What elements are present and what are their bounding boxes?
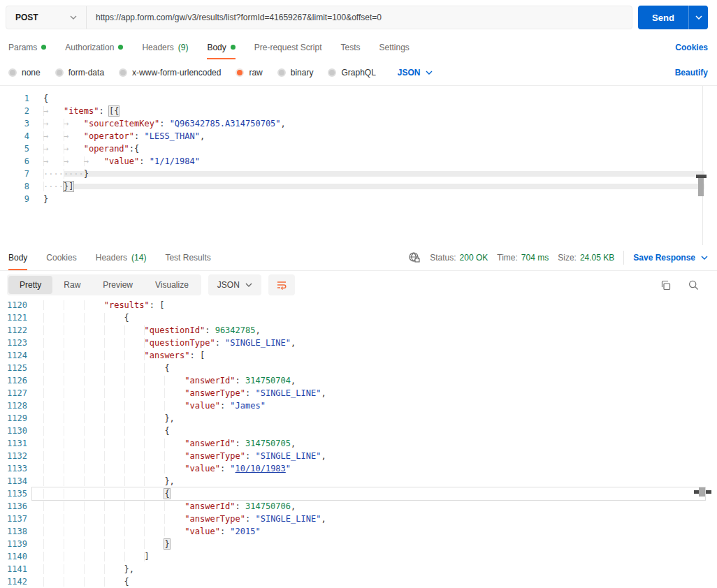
code-line-content: "answerType": "SINGLE_LINE", [31, 387, 717, 399]
send-button-label: Send [638, 13, 688, 23]
radio-label: none [22, 68, 41, 78]
tab-headers[interactable]: Headers(9) [142, 35, 188, 59]
line-number: 1141 [0, 563, 31, 575]
radio-label: x-www-form-urlencoded [132, 68, 221, 78]
line-number: 1128 [0, 399, 31, 412]
tab-label: Body [207, 43, 226, 52]
tab-body[interactable]: Body [207, 35, 235, 59]
code-line-1136: 1136 "answerId": 314750706, [0, 500, 717, 513]
line-number: 7 [0, 168, 29, 180]
response-tab-cookies[interactable]: Cookies [46, 245, 76, 270]
code-line-content: "questionId": 96342785, [31, 324, 717, 337]
line-number: 1142 [0, 575, 31, 588]
tab-params[interactable]: Params [8, 35, 46, 59]
code-line-content: }, [31, 412, 717, 425]
line-number: 1137 [0, 513, 31, 525]
line-number: 1126 [0, 374, 31, 387]
code-line-8: 8····}] [0, 180, 717, 193]
chevron-down-icon [70, 15, 77, 20]
tab-label: Body [8, 253, 27, 263]
save-response-button[interactable]: Save Response [633, 253, 708, 263]
status-value: 200 OK [460, 253, 488, 263]
view-tab-raw[interactable]: Raw [52, 276, 92, 294]
line-number: 1130 [0, 425, 31, 437]
line-number: 1120 [0, 299, 31, 311]
send-button[interactable]: Send [638, 6, 708, 29]
view-tab-preview[interactable]: Preview [92, 276, 144, 294]
tab-label: Test Results [165, 253, 210, 263]
url-input[interactable]: https://app.form.com/gw/v3/results/list?… [87, 13, 382, 22]
code-line-5: 5→ → "operand":{ [0, 142, 717, 155]
response-actions [660, 279, 708, 291]
code-line-content: "answerType": "SINGLE_LINE", [31, 513, 717, 525]
radio-icon [8, 68, 17, 77]
response-tabs-list: BodyCookiesHeaders(14)Test Results [8, 245, 230, 270]
tab-count-badge: (14) [131, 253, 146, 263]
body-type-radio-raw[interactable]: raw [236, 68, 262, 78]
code-line-1126: 1126 "answerId": 314750704, [0, 374, 717, 387]
radio-icon [119, 68, 127, 77]
line-number: 3 [0, 117, 29, 130]
status-pair: Status: 200 OK [430, 253, 488, 263]
chevron-down-icon [695, 15, 702, 20]
tab-authorization[interactable]: Authorization [65, 35, 123, 59]
code-line-1133: 1133 "value": "10/10/1983" [0, 462, 717, 475]
body-type-radio-none[interactable]: none [8, 68, 41, 78]
time-value: 704 ms [521, 253, 549, 263]
code-line-content: ] [31, 550, 717, 563]
tab-tests[interactable]: Tests [340, 35, 360, 59]
line-number: 2 [0, 105, 29, 117]
body-type-radio-form-data[interactable]: form-data [55, 68, 104, 78]
body-type-radio-x-www-form-urlencoded[interactable]: x-www-form-urlencoded [119, 68, 221, 78]
code-line-content: ········} [29, 168, 717, 180]
code-line-1124: 1124 "answers": [ [0, 349, 717, 362]
response-meta: Status: 200 OK Time: 704 ms Size: 24.05 … [408, 251, 708, 265]
send-options-chevron[interactable] [689, 15, 708, 20]
code-line-content: "answers": [ [31, 349, 717, 362]
status-label: Status: [430, 253, 456, 263]
code-line-content: "questionType": "SINGLE_LINE", [31, 337, 717, 349]
code-line-content: { [29, 92, 717, 105]
code-line-content: "value": "10/10/1983" [31, 462, 717, 475]
search-icon[interactable] [688, 279, 700, 291]
line-number: 1135 [0, 487, 31, 500]
language-dropdown[interactable]: JSON [398, 68, 433, 78]
line-number: 1131 [0, 437, 31, 450]
view-tab-pretty[interactable]: Pretty [8, 276, 52, 294]
code-line-3: 3→ → "sourceItemKey": "Q96342785.A314750… [0, 117, 717, 130]
size-value: 24.05 KB [580, 253, 614, 263]
green-dot-indicator [118, 45, 123, 50]
tab-count-badge: (9) [178, 43, 189, 52]
radio-icon [328, 68, 336, 77]
response-body-editor[interactable]: 1120 "results": [1121 {1122 "questionId"… [0, 299, 717, 588]
request-tabs: ParamsAuthorizationHeaders(9)BodyPre-req… [0, 35, 717, 59]
code-line-4: 4→ → "operator": "LESS_THAN", [0, 130, 717, 142]
body-type-radio-binary[interactable]: binary [277, 68, 314, 78]
cookies-link[interactable]: Cookies [675, 43, 708, 52]
copy-icon[interactable] [660, 279, 672, 291]
code-line-1142: 1142 { [0, 575, 717, 588]
time-label: Time: [497, 253, 518, 263]
line-number: 4 [0, 130, 29, 142]
code-line-1139: 1139 } [0, 538, 717, 550]
line-number: 6 [0, 155, 29, 168]
code-line-7: 7········} [0, 168, 717, 180]
tab-settings[interactable]: Settings [379, 35, 410, 59]
tab-pre-request-script[interactable]: Pre-request Script [254, 35, 322, 59]
tab-label: Params [8, 43, 37, 52]
view-tab-visualize[interactable]: Visualize [144, 276, 200, 294]
request-body-editor[interactable]: 1{2→ "items": [{3→ → "sourceItemKey": "Q… [0, 86, 717, 245]
method-dropdown[interactable]: POST [6, 13, 86, 22]
response-tab-headers[interactable]: Headers(14) [96, 245, 147, 270]
response-tab-test-results[interactable]: Test Results [165, 245, 210, 270]
beautify-link[interactable]: Beautify [675, 68, 708, 78]
wrap-lines-button[interactable] [268, 274, 295, 295]
body-type-bar: noneform-datax-www-form-urlencodedrawbin… [0, 59, 717, 86]
method-label: POST [15, 13, 38, 22]
response-language-dropdown[interactable]: JSON [208, 274, 261, 295]
response-tab-body[interactable]: Body [8, 245, 27, 270]
tab-label: Settings [379, 43, 410, 52]
body-type-radio-graphql[interactable]: GraphQL [328, 68, 375, 78]
code-line-1141: 1141 }, [0, 563, 717, 575]
code-line-content: } [31, 538, 717, 550]
